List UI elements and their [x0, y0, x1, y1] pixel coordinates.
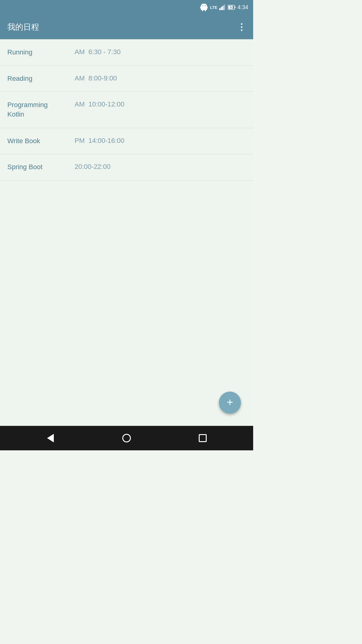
- svg-rect-5: [202, 10, 203, 11]
- svg-rect-3: [207, 6, 208, 9]
- schedule-item-time: PM 14:00-16:00: [75, 137, 124, 145]
- svg-rect-13: [222, 6, 223, 10]
- schedule-item-time: 20:00-22:00: [75, 163, 110, 171]
- schedule-item-spring-boot[interactable]: Spring Boot 20:00-22:00: [0, 154, 253, 181]
- schedule-item-name: Running: [7, 48, 68, 57]
- lte-indicator: LTE: [210, 5, 217, 10]
- schedule-item-running[interactable]: Running AM 6:30 - 7:30: [0, 39, 253, 66]
- add-schedule-button[interactable]: +: [219, 392, 241, 414]
- plus-icon: +: [227, 397, 233, 408]
- recents-icon: [199, 434, 207, 442]
- menu-dot: [241, 29, 242, 31]
- status-time: 4:34: [238, 4, 248, 11]
- recents-button[interactable]: [195, 430, 210, 446]
- battery-icon: [228, 5, 236, 10]
- schedule-item-time: AM 8:00-9:00: [75, 74, 117, 82]
- app-bar: 我的日程: [0, 15, 253, 39]
- schedule-item-time: AM 6:30 - 7:30: [75, 48, 120, 56]
- back-icon: [47, 434, 54, 442]
- schedule-item-reading[interactable]: Reading AM 8:00-9:00: [0, 66, 253, 92]
- menu-dot: [241, 23, 242, 25]
- page-title: 我的日程: [7, 22, 39, 32]
- schedule-item-programming-kotlin[interactable]: ProgrammingKotlin AM 10:00-12:00: [0, 92, 253, 128]
- svg-rect-12: [221, 7, 222, 10]
- content-area: Running AM 6:30 - 7:30 Reading AM 8:00-9…: [0, 39, 253, 426]
- svg-rect-14: [224, 5, 225, 10]
- svg-rect-4: [201, 9, 207, 10]
- menu-dot: [241, 26, 242, 28]
- schedule-item-name: Write Book: [7, 137, 68, 146]
- schedule-item-write-book[interactable]: Write Book PM 14:00-16:00: [0, 128, 253, 154]
- svg-rect-6: [205, 10, 206, 11]
- schedule-item-name: Spring Boot: [7, 163, 68, 172]
- schedule-item-name: Reading: [7, 74, 68, 83]
- svg-point-7: [202, 6, 203, 6]
- signal-icon: [219, 5, 226, 10]
- more-vertical-icon[interactable]: [236, 21, 247, 32]
- svg-rect-2: [200, 6, 201, 9]
- bottom-nav-bar: [0, 426, 253, 450]
- status-icons: LTE 4:34: [200, 3, 248, 12]
- schedule-item-time: AM 10:00-12:00: [75, 100, 124, 108]
- status-bar: LTE 4:34: [0, 0, 253, 15]
- back-button[interactable]: [43, 430, 58, 446]
- home-icon: [122, 434, 131, 442]
- home-button[interactable]: [119, 430, 134, 446]
- svg-point-8: [205, 6, 206, 6]
- android-icon: [200, 3, 208, 12]
- schedule-item-name: ProgrammingKotlin: [7, 100, 68, 119]
- svg-rect-11: [219, 8, 220, 10]
- svg-rect-16: [235, 6, 235, 8]
